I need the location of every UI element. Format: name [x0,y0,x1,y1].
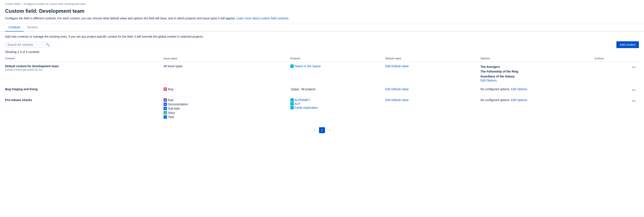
tabs-container: Contexts Screens [0,24,644,32]
row1-edit-options-link[interactable]: Edit Options [480,79,496,82]
page-title: Custom field: Development team [0,6,644,15]
breadcrumb-parent[interactable]: Custom fields [5,3,20,6]
row1-actions-button[interactable]: ••• [630,65,637,70]
row3-project-name-3: Cards exploration [294,106,318,109]
breadcrumb-current: Configure contexts for custom field: Dev… [24,3,86,6]
contexts-table: Context Issue types Projects Default val… [5,55,639,122]
row3-epic-label: Epic [168,98,174,102]
row2-no-options-text: No configured options. [480,87,510,91]
row3-subtask-label: Sub-task [168,107,180,110]
row3-project-cards[interactable]: ○ Cards exploration [290,106,384,109]
row2-global-tag: Global [290,88,300,91]
row3-task-label: Task [168,115,174,119]
row2-edit-default-link[interactable]: Edit Default value [385,87,409,91]
col-header-options: Options [480,55,594,62]
pagination-prev[interactable]: ‹ [312,127,317,133]
row3-doc-label: Documentation [168,103,188,106]
row3-issue-type-task: ✓ Task [164,115,289,119]
row3-project-name-1: ALPHABET [294,98,310,102]
row1-edit-default-link[interactable]: Edit Default value [385,65,409,68]
row1-actions: ••• [594,62,639,85]
row3-edit-options-link[interactable]: Edit Options [511,98,527,102]
row3-options: No configured options. Edit Options [480,96,594,122]
row2-context-name: Bug triaging and fixing [5,87,162,91]
task-icon: ✓ [164,115,167,119]
row1-context-name: Default context for Development team [5,65,162,68]
row1-issue-types-text: All issue types [164,65,182,68]
toolbar: 🔍 Add context [5,41,639,48]
pagination-next[interactable]: › [327,127,332,133]
table-row: Bug triaging and fixing B Bug Global All… [5,85,639,96]
pagination-page-1[interactable]: 1 [319,127,325,133]
page-description-text: Configure the field in different context… [5,17,236,20]
row2-options: No configured options. Edit Options [480,85,594,96]
row1-option-2: The Fellowship of the Ring [480,69,593,74]
row3-project-icon-2: ○ [290,102,294,106]
table-row: Default context for Development team Def… [5,62,639,85]
row3-issue-type-subtask: S Sub-task [164,107,289,110]
row3-issue-type-story: ▲ Story [164,111,289,114]
tab-screens[interactable]: Screens [24,24,41,32]
add-context-button[interactable]: Add context [616,41,639,48]
context-note: Add new contexts or manage the existing … [5,35,639,38]
row3-no-options-text: No configured options. [480,98,510,102]
row3-project-alphabet[interactable]: ○ ALPHABET [290,98,384,102]
row3-issue-type-doc: D Documentation [164,103,289,106]
row1-project-name: Teams in the Space [294,65,321,68]
row1-default-value: Edit Default value [385,62,480,85]
row1-projects: ○ Teams in the Space [290,62,386,85]
row1-context-sub: Default context generated by Jira [5,68,162,71]
row2-bug-label: Bug [168,87,173,91]
search-box[interactable]: 🔍 [5,42,52,48]
row3-edit-default-link[interactable]: Edit Default value [385,98,409,102]
row2-issue-type-bug: B Bug [164,87,289,91]
page-description: Configure the field in different context… [0,15,644,23]
row3-project-icon-3: ○ [290,106,294,109]
bug-icon: B [164,87,167,91]
row1-options: The Avengers The Fellowship of the Ring … [480,62,594,85]
row3-context: Pre-release checks [5,96,164,122]
row1-option-3: Guardians of the Galaxy [480,74,593,79]
row2-actions: ••• [594,85,639,96]
row3-story-label: Story [168,111,175,114]
row3-default-value: Edit Default value [385,96,480,122]
row2-all-projects: All projects [301,87,316,91]
row1-option-1: The Avengers [480,65,593,69]
row1-issue-types: All issue types [164,62,290,85]
subtask-icon: S [164,107,167,110]
row2-context: Bug triaging and fixing [5,85,164,96]
row3-actions: ••• [594,96,639,122]
row2-actions-button[interactable]: ••• [630,87,637,93]
search-icon: 🔍 [46,43,50,46]
row3-context-name: Pre-release checks [5,98,162,102]
row3-actions-button[interactable]: ••• [630,98,637,104]
row3-project-icon-1: ○ [290,98,294,102]
breadcrumb-separator: / [22,3,22,6]
row3-issue-type-epic: E Epic [164,98,289,102]
search-input[interactable] [8,43,45,46]
row3-project-name-2: AUT [294,102,300,106]
learn-more-link[interactable]: Learn more about custom field contexts. [236,17,289,20]
col-header-issue-types: Issue types [164,55,290,62]
col-header-projects: Projects [290,55,386,62]
epic-icon: E [164,98,167,102]
row1-context: Default context for Development team Def… [5,62,164,85]
row1-project-link[interactable]: ○ Teams in the Space [290,65,384,68]
col-header-default-value: Default value [385,55,480,62]
col-header-actions: Actions [594,55,639,62]
pagination: ‹ 1 › [5,122,639,138]
table-header-row: Context Issue types Projects Default val… [5,55,639,62]
content-area: Add new contexts or manage the existing … [0,32,644,142]
doc-icon: D [164,103,167,106]
row3-project-aut[interactable]: ○ AUT [290,102,384,106]
tab-contexts[interactable]: Contexts [5,24,24,32]
count-text: Showing 1-3 of 3 contexts [5,50,639,54]
row1-project-icon: ○ [290,65,294,68]
col-header-context: Context [5,55,164,62]
row2-issue-types: B Bug [164,85,290,96]
row2-default-value: Edit Default value [385,85,480,96]
table-row: Pre-release checks E Epic D Documentatio… [5,96,639,122]
story-icon: ▲ [164,111,167,114]
row3-projects: ○ ALPHABET ○ AUT ○ Cards exploration [290,96,386,122]
row2-edit-options-link[interactable]: Edit Options [511,87,527,91]
